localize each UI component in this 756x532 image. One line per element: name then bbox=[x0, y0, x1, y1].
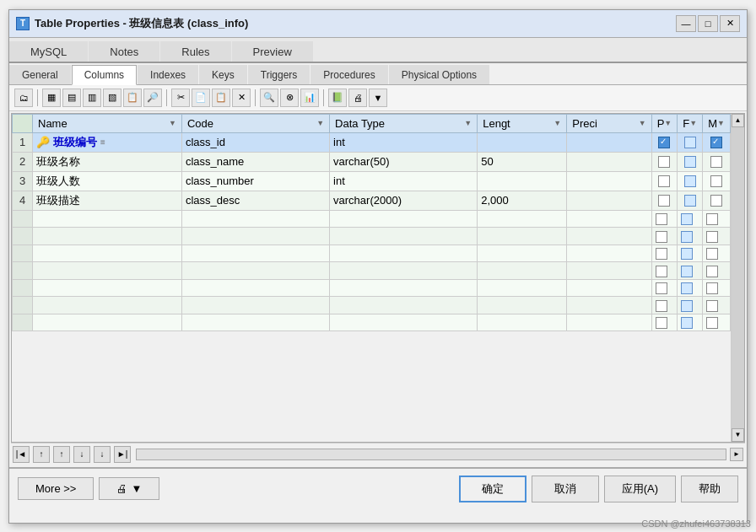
nav-first-button[interactable]: |◄ bbox=[13, 446, 30, 463]
toolbar-dropdown[interactable]: ▼ bbox=[369, 89, 387, 107]
toolbar-copy[interactable]: 📄 bbox=[192, 89, 210, 107]
nav-next-button[interactable]: ↓ bbox=[73, 446, 90, 463]
toolbar-paste[interactable]: 📋 bbox=[212, 89, 230, 107]
toolbar-btn-1[interactable]: 🗂 bbox=[14, 89, 33, 107]
scroll-track[interactable] bbox=[732, 127, 744, 428]
f-cell-3[interactable] bbox=[678, 171, 703, 191]
tab-indexes[interactable]: Indexes bbox=[138, 65, 198, 84]
minimize-button[interactable]: — bbox=[676, 15, 696, 32]
nav-next-page-button[interactable]: ↓ bbox=[94, 446, 111, 463]
p-cell-4[interactable] bbox=[651, 191, 678, 210]
toolbar-btn-6[interactable]: 📋 bbox=[123, 89, 142, 107]
name-cell-2[interactable]: 班级名称 bbox=[33, 152, 182, 171]
tab-rules[interactable]: Rules bbox=[160, 41, 230, 62]
p-cb-empty-7[interactable] bbox=[656, 317, 667, 329]
p-checkbox-2[interactable] bbox=[658, 156, 670, 168]
m-cb-empty-2[interactable] bbox=[706, 231, 718, 243]
m-cell-4[interactable] bbox=[703, 191, 731, 210]
f-cb-empty-4[interactable] bbox=[681, 266, 693, 277]
f-checkbox-3[interactable] bbox=[684, 175, 696, 187]
name-cell-4[interactable]: 班级描述 bbox=[33, 191, 182, 210]
tab-preview[interactable]: Preview bbox=[232, 41, 313, 62]
table-row[interactable]: 2 班级名称 class_name varchar(50) 50 bbox=[13, 152, 731, 171]
m-checkbox-1[interactable] bbox=[710, 137, 722, 148]
col-header-datatype[interactable]: Data Type ▼ bbox=[330, 114, 478, 132]
toolbar-btn-2[interactable]: ▦ bbox=[42, 89, 61, 107]
p-cb-empty-1[interactable] bbox=[656, 213, 667, 225]
toolbar-chart[interactable]: 📊 bbox=[300, 89, 319, 107]
f-cb-empty-2[interactable] bbox=[681, 231, 693, 243]
table-row[interactable]: 4 班级描述 class_desc varchar(2000) 2,000 bbox=[13, 191, 731, 210]
horizontal-scrollbar[interactable] bbox=[136, 449, 726, 460]
m-cb-empty-5[interactable] bbox=[706, 282, 718, 294]
toolbar-delete[interactable]: ✕ bbox=[232, 89, 251, 107]
p-cb-empty-5[interactable] bbox=[656, 282, 667, 294]
print-button[interactable]: 🖨 ▼ bbox=[99, 477, 159, 500]
cancel-button[interactable]: 取消 bbox=[532, 476, 599, 502]
p-checkbox-3[interactable] bbox=[658, 175, 670, 187]
m-checkbox-2[interactable] bbox=[710, 156, 722, 168]
f-cell-2[interactable] bbox=[678, 152, 703, 171]
prec-cell-3[interactable] bbox=[567, 171, 651, 191]
m-checkbox-3[interactable] bbox=[710, 175, 722, 187]
prec-cell-4[interactable] bbox=[567, 191, 651, 210]
type-cell-4[interactable]: varchar(2000) bbox=[330, 191, 478, 210]
f-cb-empty-3[interactable] bbox=[681, 248, 693, 260]
toolbar-filter[interactable]: ⊗ bbox=[280, 89, 299, 107]
nav-prev-page-button[interactable]: ↑ bbox=[33, 446, 50, 463]
toolbar-btn-4[interactable]: ▥ bbox=[83, 89, 101, 107]
prec-cell-1[interactable] bbox=[567, 132, 651, 152]
p-cb-empty-3[interactable] bbox=[656, 248, 667, 260]
tab-general[interactable]: General bbox=[9, 65, 71, 84]
code-cell-2[interactable]: class_name bbox=[181, 152, 329, 171]
nav-prev-button[interactable]: ↑ bbox=[53, 446, 70, 463]
col-header-m[interactable]: M▼ bbox=[703, 114, 731, 132]
f-checkbox-4[interactable] bbox=[684, 195, 696, 207]
f-checkbox-1[interactable] bbox=[684, 137, 696, 148]
help-button[interactable]: 帮助 bbox=[681, 476, 738, 502]
f-cb-empty-6[interactable] bbox=[681, 300, 693, 312]
tab-physical-options[interactable]: Physical Options bbox=[389, 65, 489, 84]
prec-cell-2[interactable] bbox=[567, 152, 651, 171]
p-cell-3[interactable] bbox=[651, 171, 678, 191]
toolbar-print[interactable]: 🖨 bbox=[348, 89, 367, 107]
p-checkbox-1[interactable] bbox=[658, 137, 670, 148]
f-cell-1[interactable] bbox=[678, 132, 703, 152]
tab-notes[interactable]: Notes bbox=[89, 41, 159, 62]
table-row[interactable]: 1 🔑 班级编号 ≡ class_id int bbox=[13, 132, 731, 152]
toolbar-btn-5[interactable]: ▧ bbox=[103, 89, 122, 107]
length-cell-1[interactable] bbox=[478, 132, 567, 152]
f-cb-empty-1[interactable] bbox=[681, 213, 693, 225]
nav-last-button[interactable]: ►| bbox=[114, 446, 131, 463]
scroll-up-button[interactable]: ▲ bbox=[732, 114, 744, 127]
length-cell-4[interactable]: 2,000 bbox=[478, 191, 567, 210]
f-cell-4[interactable] bbox=[678, 191, 703, 210]
col-header-p[interactable]: P▼ bbox=[651, 114, 678, 132]
col-header-f[interactable]: F▼ bbox=[678, 114, 703, 132]
toolbar-export[interactable]: 📗 bbox=[328, 89, 347, 107]
m-cell-2[interactable] bbox=[703, 152, 731, 171]
p-cb-empty-6[interactable] bbox=[656, 300, 667, 312]
more-button[interactable]: More >> bbox=[18, 477, 94, 500]
code-cell-4[interactable]: class_desc bbox=[181, 191, 329, 210]
p-cb-empty-2[interactable] bbox=[656, 231, 667, 243]
f-cb-empty-7[interactable] bbox=[681, 317, 693, 329]
p-cb-empty-4[interactable] bbox=[656, 266, 667, 277]
ok-button[interactable]: 确定 bbox=[459, 476, 526, 502]
type-cell-1[interactable]: int bbox=[330, 132, 478, 152]
close-button[interactable]: ✕ bbox=[720, 15, 740, 32]
name-cell-3[interactable]: 班级人数 bbox=[33, 171, 182, 191]
p-checkbox-4[interactable] bbox=[658, 195, 670, 207]
toolbar-find[interactable]: 🔍 bbox=[260, 89, 278, 107]
m-cb-empty-1[interactable] bbox=[706, 213, 718, 225]
tab-procedures[interactable]: Procedures bbox=[310, 65, 387, 84]
m-cell-3[interactable] bbox=[703, 171, 731, 191]
scroll-right-button[interactable]: ► bbox=[730, 448, 743, 461]
table-row[interactable]: 3 班级人数 class_number int bbox=[13, 171, 731, 191]
f-cb-empty-5[interactable] bbox=[681, 282, 693, 294]
type-cell-3[interactable]: int bbox=[330, 171, 478, 191]
length-cell-2[interactable]: 50 bbox=[478, 152, 567, 171]
code-cell-3[interactable]: class_number bbox=[181, 171, 329, 191]
vertical-scrollbar[interactable]: ▲ ▼ bbox=[731, 114, 744, 442]
tab-keys[interactable]: Keys bbox=[199, 65, 247, 84]
